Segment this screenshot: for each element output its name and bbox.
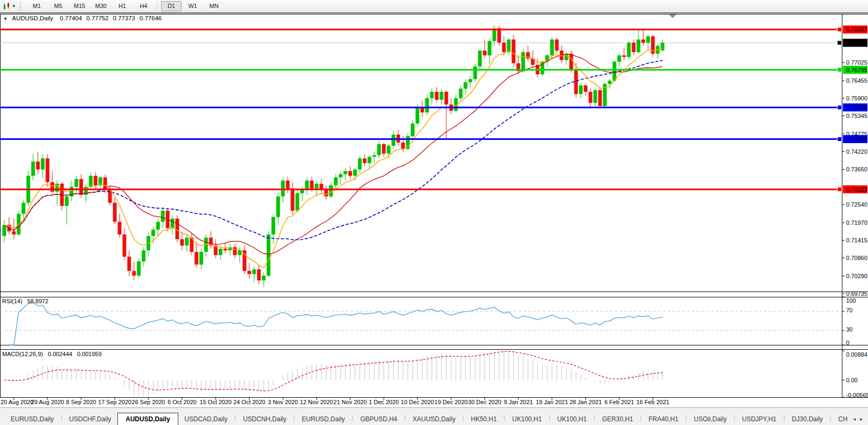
date-label[interactable]: 1 Dec 2020 <box>369 399 399 405</box>
line-anchor-marker[interactable] <box>838 68 842 72</box>
toolbar-separator <box>157 2 158 11</box>
price-tick-label[interactable]: 0.75345 <box>846 113 867 119</box>
chart-tab-xauusd-daily[interactable]: XAUUSD,Daily <box>406 413 462 425</box>
date-label[interactable]: 19 Dec 2020 <box>435 399 468 405</box>
price-tick-label[interactable]: 0.69735 <box>846 290 867 297</box>
date-label[interactable]: 10 Dec 2020 <box>401 399 434 405</box>
timeframe-button-d1[interactable]: D1 <box>161 1 182 11</box>
chart-tabs: EURUSD,Daily|USDCHF,DailyAUDUSD,DailyUSD… <box>4 411 848 425</box>
chart-tab-audusd-daily[interactable]: AUDUSD,Daily <box>117 413 178 425</box>
chart-layers: 0.770250.764550.759000.753450.747750.742… <box>0 0 868 407</box>
line-anchor-marker[interactable] <box>838 41 842 45</box>
line-anchor-marker[interactable] <box>838 27 842 32</box>
rsi-name: RSI(14) <box>2 298 22 304</box>
macd-value-main: 0.002444 <box>48 351 72 357</box>
chart-tab-dj30-daily[interactable]: DJ30,Daily <box>785 413 829 425</box>
timeframe-button-m5[interactable]: M5 <box>48 1 68 11</box>
tabs-scroll-right-button[interactable]: ▸ <box>860 416 863 422</box>
toolbar: ▼ M1M5M15M30H1H4D1W1MN <box>0 0 868 12</box>
title-open: 0.77404 <box>60 15 82 21</box>
timeframe-button-w1[interactable]: W1 <box>183 1 203 11</box>
chart-tab-usdcad-daily[interactable]: USDCAD,Daily <box>178 413 234 425</box>
tabs-scroll-left-button[interactable]: ◂ <box>853 416 856 422</box>
rsi-tick-label: 70 <box>846 307 853 313</box>
macd-label: MACD(12,26,9) 0.002444 0.001959 <box>2 351 101 357</box>
rsi-value: 58.8972 <box>27 298 49 304</box>
price-tick-label[interactable]: 0.77025 <box>846 59 867 66</box>
chart-tab-usoil-daily[interactable]: USOil,Daily <box>688 413 733 425</box>
date-label[interactable]: 24 Oct 2020 <box>233 399 265 405</box>
toolbar-drag-grip[interactable] <box>20 2 23 10</box>
timeframe-toolbar: M1M5M15M30H1H4D1W1MN <box>26 1 225 11</box>
timeframe-button-mn[interactable]: MN <box>204 1 224 11</box>
chart-tab-gbpusd-h4[interactable]: GBPUSD,H4 <box>354 413 404 425</box>
chart-tab-usdjpy-h1[interactable]: USDJPY,H1 <box>736 413 783 425</box>
chart-tab-uk100-h1[interactable]: UK100,H1 <box>551 413 593 425</box>
macd-tick-label: 0.00884 <box>846 351 867 358</box>
price-chart-surface[interactable]: 0.770250.764550.759000.753450.747750.742… <box>0 0 868 407</box>
line-anchor-marker[interactable] <box>838 105 842 109</box>
title-close: 0.77646 <box>139 15 162 21</box>
date-label[interactable]: 26 Sep 2020 <box>132 399 165 405</box>
chart-tab-usdcnh-daily[interactable]: USDCNH,Daily <box>236 413 293 425</box>
title-high: 0.77752 <box>86 15 109 21</box>
price-flag-label: 0.75608 <box>846 104 867 111</box>
chart-tab-fra40-h1[interactable]: FRA40,H1 <box>642 413 685 425</box>
macd-tick-label: 0.00 <box>846 377 857 383</box>
timeframe-button-h1[interactable]: H1 <box>112 1 132 11</box>
date-label[interactable]: 6 Oct 2020 <box>168 399 196 405</box>
price-flag-label: 0.78067 <box>846 26 867 33</box>
chart-tab-china300-h1[interactable]: CHINA300,H1 <box>832 413 848 425</box>
timeframe-button-m15[interactable]: M15 <box>69 1 90 11</box>
tabs-scroll-arrows: ◂ ▸ <box>848 416 868 425</box>
price-flag-label: 0.76795 <box>846 67 867 73</box>
rsi-tick-label: 0 <box>846 340 849 346</box>
title-symbol: AUDUSD,Daily <box>12 15 53 21</box>
date-label[interactable]: 29 Aug 2020 <box>31 399 64 405</box>
chart-tab-ger30-h1[interactable]: GER30,H1 <box>596 413 640 425</box>
date-label[interactable]: 9 Jan 2021 <box>504 399 533 405</box>
macd-name: MACD(12,26,9) <box>2 351 43 357</box>
date-label[interactable]: 21 Nov 2020 <box>334 399 367 405</box>
chart-tab-eurusd-daily[interactable]: EURUSD,Daily <box>4 413 60 425</box>
date-label[interactable]: 20 Aug 2020 <box>1 399 34 405</box>
price-tick-label[interactable]: 0.70860 <box>846 255 867 261</box>
timeframe-button-m1[interactable]: M1 <box>27 1 47 11</box>
price-flag-label: 0.74608 <box>846 136 867 143</box>
timeframe-button-h4[interactable]: H4 <box>133 1 154 11</box>
price-tick-label[interactable]: 0.75900 <box>846 95 867 101</box>
line-anchor-marker[interactable] <box>838 137 842 141</box>
chart-tab-eurusd-daily[interactable]: EURUSD,Daily <box>295 413 351 425</box>
price-flag-label: 0.73023 <box>846 186 867 193</box>
chart-tab-uk100-h1[interactable]: UK100,H1 <box>506 413 548 425</box>
date-label[interactable]: 19 Jan 2021 <box>536 399 569 405</box>
date-label[interactable]: 28 Jan 2021 <box>570 399 602 405</box>
chart-style-dropdown-caret[interactable]: ▼ <box>11 4 18 9</box>
chart-tab-hk50-h1[interactable]: HK50,H1 <box>464 413 503 425</box>
date-label[interactable]: 6 Feb 2021 <box>604 399 634 405</box>
date-label[interactable]: 17 Sep 2020 <box>98 399 131 405</box>
price-tick-label[interactable]: 0.71970 <box>846 219 867 226</box>
date-label[interactable]: 8 Sep 2020 <box>66 399 96 405</box>
date-label[interactable]: 3 Nov 2020 <box>268 399 298 405</box>
title-low: 0.77373 <box>113 15 136 21</box>
date-label[interactable]: 30 Dec 2020 <box>468 399 501 405</box>
date-label[interactable]: 15 Oct 2020 <box>200 399 232 405</box>
chart-style-icon[interactable] <box>2 2 11 11</box>
date-label[interactable]: 16 Feb 2021 <box>636 399 669 405</box>
price-tick-label[interactable]: 0.70290 <box>846 273 867 279</box>
macd-tick-label: -0.005651 <box>846 392 868 398</box>
chart-tabs-bar: EURUSD,Daily|USDCHF,DailyAUDUSD,DailyUSD… <box>0 407 868 425</box>
chart-tab-usdchf-daily[interactable]: USDCHF,Daily <box>63 413 118 425</box>
price-tick-label[interactable]: 0.72540 <box>846 201 867 208</box>
price-tick-label[interactable]: 0.76455 <box>846 77 867 84</box>
line-anchor-marker[interactable] <box>838 187 842 192</box>
timeframe-button-m30[interactable]: M30 <box>91 1 111 11</box>
price-tick-label[interactable]: 0.73650 <box>846 166 867 172</box>
price-tick-label[interactable]: 0.74220 <box>846 148 867 155</box>
date-label[interactable]: 12 Nov 2020 <box>300 399 333 405</box>
title-collapse-icon[interactable]: ▼ <box>3 17 7 21</box>
price-tick-label[interactable]: 0.71415 <box>846 237 867 243</box>
mini-chart-glyph <box>3 2 11 10</box>
rsi-tick-label: 30 <box>846 326 853 333</box>
